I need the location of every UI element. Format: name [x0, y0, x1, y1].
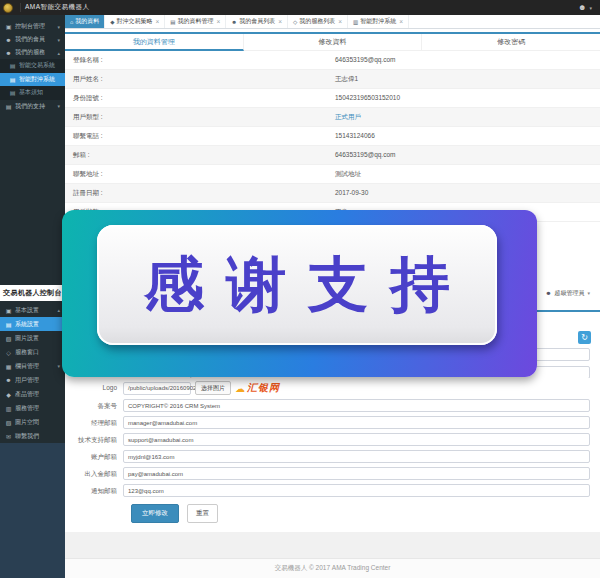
menu-item-label: 基本設置 [15, 306, 39, 315]
tab-edit-profile[interactable]: 修改資料 [244, 34, 423, 51]
close-icon[interactable]: × [217, 18, 221, 25]
content-spacer [65, 532, 600, 558]
console-menu: ▣ 基本設置 ▴ ▤ 系統設置 ▧ 圖片設置 ◇ 服務窗口 ▦ 欄目管理 ▾ [0, 301, 65, 443]
console-item-column-mgmt[interactable]: ▦ 欄目管理 ▾ [0, 359, 65, 373]
sidebar-item-console-mgmt[interactable]: ▣ 控制台管理 ▾ [0, 20, 65, 33]
row-label: 用戶姓名 : [65, 70, 327, 88]
users-icon: ☻ [231, 19, 237, 25]
icp-input[interactable]: COPYRIGHT© 2016 CRM System [123, 399, 590, 412]
sidebar-item-services[interactable]: ☻ 我們的服務 ▴ [0, 46, 65, 59]
doc-icon: ▤ [170, 19, 175, 25]
table-row: 身份證號 :150423196503152010 [65, 89, 600, 108]
row-label: 註冊日期 : [65, 184, 327, 202]
console-item-image-space[interactable]: ▧ 圖片空間 [0, 415, 65, 429]
reset-button[interactable]: 重置 [187, 504, 218, 523]
row-label: 郵箱 : [65, 146, 327, 164]
close-icon[interactable]: × [399, 18, 403, 25]
table-row: 註冊日期 :2017-09-30 [65, 184, 600, 203]
chevron-down-icon: ▾ [57, 363, 60, 369]
grid-icon: ▦ [5, 363, 12, 370]
strategy-icon: ◆ [110, 19, 114, 25]
notify-email-input[interactable]: 123@qq.com [123, 484, 590, 497]
monitor-icon: ▣ [5, 23, 12, 30]
tab-change-password[interactable]: 修改密碼 [422, 34, 600, 51]
payment-email-input[interactable]: pay@amadubai.com [123, 467, 590, 480]
tab-label: 我的資料管理 [178, 17, 214, 26]
page-footer: 交易機器人 © 2017 AMA Trading Center [65, 558, 600, 578]
row-value: 正式用戶 [327, 108, 600, 126]
close-icon[interactable]: × [338, 18, 342, 25]
row-value: 王志偉1 [327, 70, 600, 88]
manager-email-input[interactable]: manager@amadubai.com [123, 416, 590, 429]
menu-item-label: 圖片空間 [15, 418, 39, 427]
menu-item-label: 用戶管理 [15, 376, 39, 385]
tab-smart-hedge[interactable]: ▥ 智能對沖系統 × [348, 15, 409, 28]
tab-service-list[interactable]: ◇ 我的服務列表 × [288, 15, 348, 28]
user-avatar-icon[interactable]: ☻ [578, 4, 586, 12]
table-row: 用戶類型 :正式用戶 [65, 108, 600, 127]
logo-path-input[interactable]: /public/uploads/20160902/0 [123, 382, 191, 395]
table-row: 用戶姓名 :王志偉1 [65, 70, 600, 89]
console-item-system-settings[interactable]: ▤ 系統設置 [0, 317, 65, 331]
account-email-input[interactable]: myjdnl@163.com [123, 450, 590, 463]
menu-item-label: 圖片設置 [15, 334, 39, 343]
row-value: 646353195@qq.com [327, 146, 600, 164]
tab-label: 我的服務列表 [299, 17, 335, 26]
gear-icon: ▣ [5, 307, 12, 314]
support-icon: ▤ [5, 103, 12, 110]
user-icon: ☻ [5, 50, 12, 56]
console-item-service-mgmt[interactable]: ▥ 服務管理 [0, 401, 65, 415]
row-label: 登錄名稱 : [65, 51, 327, 69]
tab-my-profile[interactable]: ⌂ 我的資料 [65, 15, 105, 28]
support-email-input[interactable]: support@amadubai.com [123, 433, 590, 446]
table-row: 登錄名稱 :646353195@qq.com [65, 51, 600, 70]
doc-icon: ▤ [5, 321, 12, 328]
tab-profile-mgmt[interactable]: ▤ 我的資料管理 × [165, 15, 226, 28]
console-item-user-mgmt[interactable]: ☻ 用戶管理 [0, 373, 65, 387]
banner-plaque: 感谢支持 [97, 225, 497, 345]
sidebar-subitem-smart-trading[interactable]: ▤ 智能交易系統 [0, 59, 65, 73]
user-menu[interactable]: ☻ ▾ [578, 4, 600, 12]
submit-button[interactable]: 立即修改 [131, 504, 179, 523]
console-item-image-settings[interactable]: ▧ 圖片設置 [0, 331, 65, 345]
list-icon: ▥ [5, 405, 12, 412]
row-value: 150423196503152010 [327, 89, 600, 107]
console-item-service-window[interactable]: ◇ 服務窗口 [0, 345, 65, 359]
menu-item-label: 產品管理 [15, 390, 39, 399]
sidebar-item-members[interactable]: ☻ 我們的會員 ▾ [0, 33, 65, 46]
tab-label: 我的資料 [75, 17, 99, 26]
table-row: 聯繫電話 :15143124066 [65, 127, 600, 146]
link-icon: ◇ [5, 349, 12, 356]
doc-icon: ▤ [9, 76, 16, 83]
thanks-banner: 感谢支持 [62, 210, 537, 377]
app-title: AMA智能交易機器人 [25, 3, 90, 12]
console-item-contact-us[interactable]: ✉ 聯繫我們 [0, 429, 65, 443]
mail-icon: ✉ [5, 433, 12, 440]
image-icon: ▧ [5, 419, 12, 426]
admin-dropdown[interactable]: 超級管理員 [554, 289, 584, 298]
close-icon[interactable]: × [156, 18, 160, 25]
refresh-button[interactable]: ↻ [578, 331, 591, 344]
tab-profile-data[interactable]: 我的資料管理 [65, 34, 244, 51]
chevron-down-icon: ▾ [57, 24, 60, 30]
tab-hedge-strategy[interactable]: ◆ 對沖交易策略 × [105, 15, 165, 28]
tab-label: 對沖交易策略 [117, 17, 153, 26]
user-icon: ☻ [545, 290, 551, 296]
sidebar-subitem-smart-hedge[interactable]: ▤ 智能對沖系統 [0, 73, 65, 87]
product-icon: ◆ [5, 391, 12, 398]
row-label: 聯繫電話 : [65, 127, 327, 145]
doc-icon: ▤ [9, 62, 16, 69]
tab-member-list[interactable]: ☻ 我的會員列表 × [226, 15, 288, 28]
choose-image-button[interactable]: 选择图片 [195, 381, 231, 395]
form-row-logo: Logo /public/uploads/20160902/0 选择图片 ☁ 汇… [65, 381, 600, 395]
console-item-product-mgmt[interactable]: ◆ 產品管理 [0, 387, 65, 401]
link-icon: ◇ [293, 19, 297, 25]
console-item-basic-settings[interactable]: ▣ 基本設置 ▴ [0, 303, 65, 317]
sidebar-item-label: 控制台管理 [15, 22, 45, 31]
sidebar-item-label: 智能交易系統 [19, 61, 55, 70]
sidebar-subitem-basic-notice[interactable]: ▤ 基本須知 [0, 86, 65, 100]
tab-label: 我的會員列表 [239, 17, 275, 26]
close-icon[interactable]: × [278, 18, 282, 25]
sidebar-item-support[interactable]: ▤ 我們的支持 ▾ [0, 100, 65, 113]
chevron-down-icon[interactable]: ▾ [589, 5, 592, 11]
